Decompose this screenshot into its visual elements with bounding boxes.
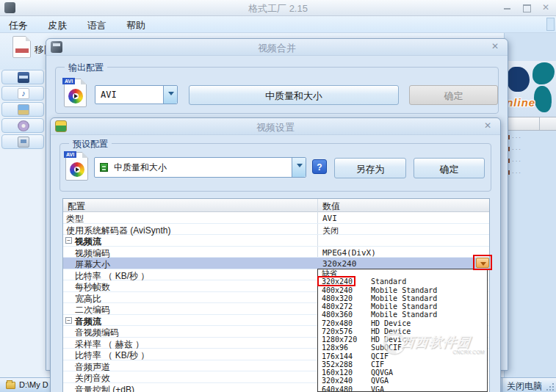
close-icon[interactable]: ✕ [483, 120, 493, 131]
dropdown-item-resolution: 1280x720 [322, 335, 357, 344]
globe-continent-icon [532, 62, 555, 84]
dropdown-item-320x240[interactable]: 320x240QVGA [318, 377, 487, 385]
dropdown-item-category: Mobile Standard [371, 286, 437, 294]
menu-bar: 任务 皮肤 语言 帮助 [0, 16, 556, 33]
dropdown-item-720x576[interactable]: 720x576HD Device [318, 327, 487, 335]
dropdown-item-128x96[interactable]: 128x96SubQCIF [318, 344, 487, 352]
preset-select[interactable]: 中质量和大小 [94, 157, 306, 178]
dropdown-item-resolution: 400x240 [322, 286, 353, 294]
dropdown-item-resolution: 480x272 [322, 302, 353, 311]
quality-preset-button[interactable]: 中质量和大小 [189, 85, 399, 105]
dropdown-item-320x240[interactable]: 320x240Standard [318, 277, 487, 286]
close-icon[interactable]: ✕ [541, 3, 550, 12]
dropdown-item-720x480[interactable]: 720x480HD Device [318, 319, 487, 327]
menu-item-language[interactable]: 语言 [79, 16, 115, 32]
dropdown-item-480x320[interactable]: 480x320Mobile Standard [318, 294, 487, 302]
audio-icon [18, 88, 29, 99]
preset-select-value: 中质量和大小 [114, 161, 167, 174]
dropdown-item-352x288[interactable]: 352x288CIF [318, 360, 487, 369]
dropdown-item-缺省[interactable]: 缺省 [318, 269, 487, 277]
table-row[interactable]: 类型AVI [63, 212, 489, 224]
dropdown-item-resolution: 352x288 [322, 360, 353, 369]
format-select[interactable]: AVI [95, 85, 178, 104]
dropdown-item-160x120[interactable]: 160x120QQVGA [318, 369, 487, 377]
dropdown-item-resolution: 480x360 [322, 311, 353, 319]
rom-device-icon [18, 120, 29, 131]
dropdown-item-category: Mobile Standard [371, 311, 437, 319]
dropdown-item-category: SubQCIF [371, 344, 402, 352]
maximize-icon[interactable] [522, 3, 531, 12]
chevron-down-icon[interactable] [292, 158, 306, 177]
task-list-item[interactable]: ··· [508, 170, 555, 180]
window-titlebar: 格式工厂 2.15 ✕ [0, 0, 556, 16]
picture-icon [18, 104, 29, 115]
dropdown-item-480x272[interactable]: 480x272Mobile Standard [318, 302, 487, 311]
task-list-item[interactable]: ··· [508, 146, 555, 156]
task-panel: online ············ [504, 33, 556, 377]
close-icon[interactable]: ✕ [490, 41, 500, 51]
category-sidebar [0, 70, 46, 377]
dropdown-item-category: Mobile Standard [371, 302, 437, 311]
online-globe-image[interactable] [506, 61, 556, 126]
dropdown-item-400x240[interactable]: 400x240Mobile Standard [318, 286, 487, 294]
row-value: 320x240 [322, 259, 356, 269]
shutdown-button[interactable]: 关闭电脑 [507, 380, 542, 392]
dropdown-item-resolution: 176x144 [322, 352, 353, 360]
merge-dialog-title: 视频合并 [46, 42, 508, 55]
settings-dialog-titlebar[interactable]: 视频设置 ✕ [51, 118, 500, 135]
save-as-button[interactable]: 另存为 [334, 158, 406, 178]
screen-size-dropdown-list: 缺省320x240Standard400x240Mobile Standard4… [317, 269, 488, 392]
row-label: 音量控制 (+dB) [75, 384, 134, 392]
avi-file-icon: AVI [64, 79, 87, 107]
dropdown-item-resolution: 480x320 [322, 294, 353, 302]
menu-item-skins[interactable]: 皮肤 [39, 16, 76, 32]
table-row-selected[interactable]: 屏幕大小320x240 [63, 258, 489, 269]
output-path[interactable]: D:\My D [19, 380, 48, 389]
dropdown-item-category: HD Device [371, 335, 411, 344]
dropdown-item-640x480[interactable]: 640x480VGA [318, 385, 487, 392]
sidebar-item-rom-device[interactable] [1, 118, 44, 133]
remove-document-icon[interactable] [12, 36, 31, 58]
screen-size-dropdown-button[interactable] [476, 258, 489, 268]
menu-item-tasks[interactable]: 任务 [0, 16, 37, 32]
dropdown-item-resolution: 720x576 [322, 327, 353, 335]
settings-dialog-title: 视频设置 [51, 121, 500, 134]
merge-ok-button[interactable]: 确定 [409, 85, 498, 105]
merge-dialog-titlebar[interactable]: 视频合并 ✕ [46, 39, 508, 56]
menu-end-panel [546, 18, 555, 31]
table-row[interactable]: 使用系统解码器 (AviSynth)关闭 [63, 224, 489, 236]
dropdown-item-category: HD Device [371, 319, 411, 327]
dropdown-item-resolution: 缺省 [322, 269, 337, 277]
dropdown-item-resolution: 640x480 [322, 385, 353, 392]
settings-ok-button[interactable]: 确定 [414, 158, 485, 178]
dropdown-item-480x360[interactable]: 480x360Mobile Standard [318, 311, 487, 319]
globe-continent-icon [508, 67, 530, 92]
table-row[interactable]: 视频编码MPEG4(DivX) [63, 247, 489, 258]
resize-grip[interactable] [546, 382, 555, 391]
task-list-item[interactable]: ··· [508, 158, 555, 168]
collapse-icon[interactable]: − [65, 317, 72, 324]
sidebar-item-picture[interactable] [1, 102, 44, 117]
dropdown-item-1280x720[interactable]: 1280x720HD Device [318, 335, 487, 344]
dropdown-item-category: HD Device [371, 327, 411, 335]
minimize-icon[interactable] [503, 3, 512, 12]
sidebar-item-advanced[interactable] [1, 134, 44, 149]
help-button[interactable]: ? [312, 159, 327, 174]
advanced-icon [18, 137, 29, 148]
collapse-icon[interactable]: − [65, 237, 72, 244]
status-right-section: 关闭电脑 [502, 378, 556, 392]
menu-item-help[interactable]: 帮助 [118, 16, 154, 32]
table-row[interactable]: −视频流 [63, 235, 489, 247]
dropdown-item-resolution: 160x120 [322, 369, 353, 377]
dropdown-item-category: CIF [371, 360, 384, 369]
dropdown-item-resolution: 128x96 [322, 344, 348, 352]
output-folder-icon[interactable] [6, 382, 15, 389]
avi-file-icon: AVI [65, 152, 88, 181]
dropdown-item-176x144[interactable]: 176x144QCIF [318, 352, 487, 360]
format-select-value: AVI [101, 90, 117, 100]
dropdown-item-category: QQVGA [371, 369, 393, 377]
sidebar-item-video[interactable] [1, 70, 44, 84]
chevron-down-icon[interactable] [163, 86, 177, 104]
sidebar-item-audio[interactable] [1, 86, 44, 101]
task-list-item[interactable]: ··· [508, 134, 555, 145]
